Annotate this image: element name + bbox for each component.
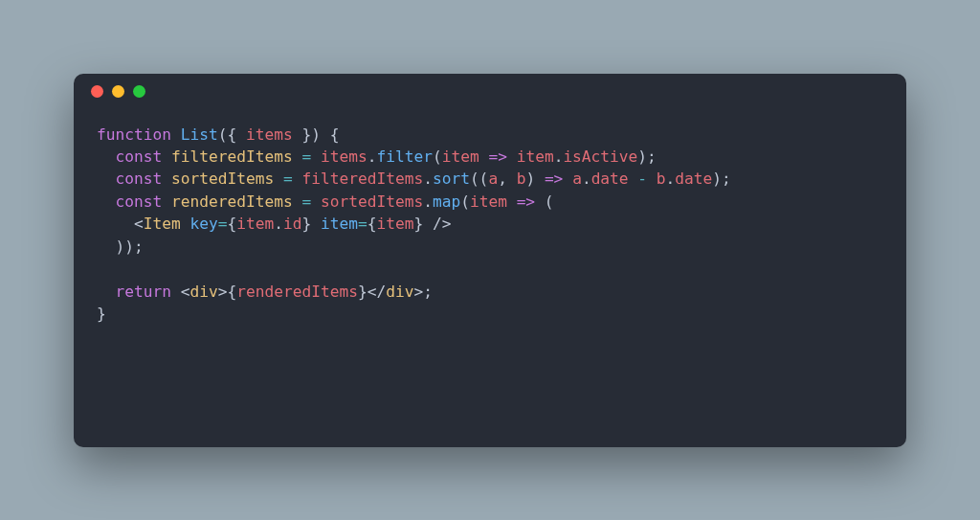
code-token: , bbox=[498, 170, 517, 188]
code-token: => bbox=[517, 192, 536, 211]
code-token: function bbox=[97, 125, 171, 144]
minimize-icon[interactable] bbox=[112, 85, 124, 98]
code-line: const renderedItems = sortedItems.map(it… bbox=[97, 191, 883, 213]
close-icon[interactable] bbox=[91, 85, 103, 98]
code-block: function List({ items }) { const filtere… bbox=[74, 110, 906, 339]
code-token: ( bbox=[460, 192, 470, 211]
code-line: } bbox=[97, 303, 883, 325]
code-token bbox=[479, 147, 489, 166]
code-token: { bbox=[227, 215, 236, 233]
code-token: isActive bbox=[563, 147, 637, 166]
code-token: item bbox=[517, 147, 554, 166]
code-token: }) { bbox=[293, 125, 340, 144]
code-token bbox=[274, 170, 283, 188]
code-token bbox=[97, 192, 116, 211]
code-token bbox=[311, 147, 321, 166]
code-editor-window: function List({ items }) { const filtere… bbox=[74, 74, 906, 447]
code-token: item bbox=[376, 215, 413, 233]
code-line: <Item key={item.id} item={item} /> bbox=[97, 213, 883, 235]
code-token bbox=[563, 170, 572, 188]
code-token: sortedItems bbox=[171, 170, 274, 188]
code-token: filteredItems bbox=[301, 170, 423, 188]
code-line: const sortedItems = filteredItems.sort((… bbox=[97, 168, 883, 190]
code-token: Item bbox=[144, 215, 181, 233]
code-token: sortedItems bbox=[321, 192, 423, 211]
maximize-icon[interactable] bbox=[133, 85, 145, 98]
code-token: ({ bbox=[218, 125, 246, 144]
code-token: div bbox=[386, 283, 413, 301]
code-token: item bbox=[470, 192, 507, 211]
code-token: key bbox=[189, 215, 217, 233]
code-token bbox=[97, 283, 116, 301]
code-token: . bbox=[423, 170, 433, 188]
code-token: return bbox=[116, 283, 171, 301]
code-token: a bbox=[488, 170, 498, 188]
code-token: List bbox=[181, 125, 218, 144]
code-token: ); bbox=[712, 170, 731, 188]
code-token bbox=[162, 170, 171, 188]
code-token: const bbox=[116, 170, 163, 188]
code-token: sort bbox=[433, 170, 470, 188]
code-token: }</ bbox=[358, 283, 386, 301]
code-token: filter bbox=[376, 147, 432, 166]
code-token: b bbox=[517, 170, 526, 188]
code-token: date bbox=[591, 170, 629, 188]
code-token: const bbox=[116, 147, 163, 166]
code-token: map bbox=[433, 192, 460, 211]
code-token: . bbox=[423, 192, 433, 211]
code-token: = bbox=[301, 192, 311, 211]
code-token bbox=[97, 170, 116, 188]
code-token bbox=[181, 215, 190, 233]
code-token bbox=[311, 192, 321, 211]
code-token: date bbox=[675, 170, 712, 188]
code-token: = bbox=[283, 170, 293, 188]
code-token: (( bbox=[470, 170, 489, 188]
code-token: >{ bbox=[218, 283, 237, 301]
code-token: >; bbox=[413, 283, 433, 301]
code-token bbox=[507, 147, 517, 166]
code-token: item bbox=[321, 215, 358, 233]
code-token bbox=[293, 192, 302, 211]
code-token: b bbox=[657, 170, 666, 188]
code-token: < bbox=[97, 215, 144, 233]
code-token: => bbox=[545, 170, 564, 188]
code-token: ( bbox=[433, 147, 442, 166]
code-token: = bbox=[301, 147, 311, 166]
code-token: a bbox=[572, 170, 582, 188]
code-token bbox=[507, 192, 517, 211]
code-token: item bbox=[236, 215, 274, 233]
code-token: } bbox=[301, 215, 321, 233]
code-token bbox=[97, 147, 116, 166]
code-token bbox=[162, 147, 171, 166]
code-token: ( bbox=[535, 192, 554, 211]
code-token: . bbox=[582, 170, 591, 188]
code-token: . bbox=[666, 170, 676, 188]
code-token: . bbox=[368, 147, 377, 166]
code-token bbox=[171, 125, 181, 144]
code-line bbox=[97, 258, 883, 280]
code-token: div bbox=[189, 283, 217, 301]
code-token: renderedItems bbox=[236, 283, 358, 301]
code-token bbox=[629, 170, 638, 188]
code-line: function List({ items }) { bbox=[97, 124, 883, 146]
code-line: const filteredItems = items.filter(item … bbox=[97, 146, 883, 168]
code-token bbox=[647, 170, 657, 188]
code-token: id bbox=[283, 215, 302, 233]
code-token bbox=[293, 170, 302, 188]
code-token: . bbox=[274, 215, 283, 233]
code-line: return <div>{renderedItems}</div>; bbox=[97, 281, 883, 303]
code-token: } bbox=[97, 305, 106, 323]
code-token bbox=[293, 147, 302, 166]
code-token: const bbox=[116, 192, 163, 211]
code-token: items bbox=[246, 125, 293, 144]
code-token: )); bbox=[97, 237, 144, 256]
window-titlebar bbox=[74, 74, 906, 110]
code-token bbox=[162, 192, 171, 211]
code-token: ); bbox=[637, 147, 657, 166]
code-token: { bbox=[368, 215, 377, 233]
code-token: = bbox=[358, 215, 368, 233]
code-token: = bbox=[218, 215, 228, 233]
code-token: => bbox=[488, 147, 507, 166]
code-token: } /> bbox=[413, 215, 451, 233]
code-token: renderedItems bbox=[171, 192, 293, 211]
